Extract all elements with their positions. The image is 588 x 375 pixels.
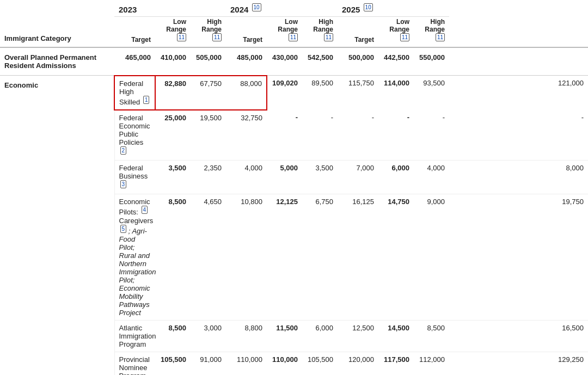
economic-section-label: Economic	[0, 76, 114, 376]
econ-pilots-2024-target: 12,125	[267, 194, 302, 321]
fed-business-2023-target: 3,500	[155, 161, 191, 194]
overall-2024-high: 542,500	[302, 47, 338, 76]
federal-business-name: Federal Business 3	[114, 161, 155, 194]
econ-pilots-2025-low: 9,000	[414, 194, 449, 321]
col-2025-low-label: Low Range	[389, 18, 409, 33]
econ-pilots-2024-high: 16,125	[338, 194, 378, 321]
fed-high-skilled-2023-low: 67,750	[191, 76, 226, 110]
atlantic-2025-low: 8,500	[414, 321, 449, 352]
fed-econ-public-2024-low: -	[302, 110, 338, 161]
2023-target-col-header: Target	[114, 17, 155, 48]
provincial-2025-target: 117,500	[378, 352, 414, 375]
immigrant-category-label: Immigrant Category	[4, 34, 71, 42]
atlantic-2025-high: 16,500	[449, 321, 588, 352]
fed-business-2023-low: 2,350	[191, 161, 226, 194]
fed-business-2024-low: 3,500	[302, 161, 338, 194]
col-2024-high-sup[interactable]: 11	[324, 33, 333, 41]
col-2023-low-sup[interactable]: 11	[177, 33, 186, 41]
overall-2023-low: 410,000	[155, 47, 191, 76]
year-header-row: Immigrant Category 2023 2024 10 2025 10	[0, 0, 588, 17]
year-2025-label: 2025	[342, 5, 360, 14]
fed-econ-public-2023-low: 19,500	[191, 110, 226, 161]
fed-business-2024-target: 5,000	[267, 161, 302, 194]
table-wrapper: Immigrant Category 2023 2024 10 2025 10	[0, 0, 588, 375]
econ-pilots-2023-target: 8,500	[155, 194, 191, 321]
col-2025-high-label: High Range	[425, 18, 445, 33]
col-2024-low-sup[interactable]: 11	[289, 33, 298, 41]
immigration-table: Immigrant Category 2023 2024 10 2025 10	[0, 0, 588, 375]
col-2023-high-sup[interactable]: 11	[212, 33, 222, 41]
fed-high-skilled-2024-target: 109,020	[267, 76, 302, 110]
year-2023-label: 2023	[119, 5, 137, 14]
provincial-2024-high: 120,000	[338, 352, 378, 375]
overall-2024-low: 430,000	[267, 47, 302, 76]
fed-econ-public-sup[interactable]: 2	[120, 146, 127, 155]
fed-high-skilled-2023-high: 88,000	[226, 76, 267, 110]
category-col-header: Immigrant Category	[0, 0, 114, 47]
econ-pilots-2023-high: 10,800	[226, 194, 267, 321]
2024-target-col-header: Target	[226, 17, 267, 48]
fed-high-skilled-sup[interactable]: 1	[143, 96, 150, 104]
overall-2025-high: 550,000	[414, 47, 449, 76]
fed-high-skilled-2025-high: 121,000	[449, 76, 588, 110]
fed-high-skilled-2024-high: 115,750	[338, 76, 378, 110]
fed-business-sup[interactable]: 3	[120, 180, 127, 188]
provincial-2024-low: 105,500	[302, 352, 338, 375]
econ-pilots-2025-target: 14,750	[378, 194, 414, 321]
col-2023-target-label: Target	[131, 36, 151, 44]
econ-pilots-2024-low: 6,750	[302, 194, 338, 321]
overall-planned-label: Overall Planned Permanent Resident Admis…	[0, 47, 114, 76]
year-2024-label: 2024	[230, 5, 248, 14]
fed-high-skilled-2025-target: 114,000	[378, 76, 414, 110]
2025-low-col-header: Low Range 11	[378, 17, 414, 48]
col-2024-target-label: Target	[243, 36, 262, 44]
fed-business-2023-high: 4,000	[226, 161, 267, 194]
col-2024-high-label: High Range	[313, 18, 333, 33]
year-2025-header: 2025 10	[338, 0, 449, 17]
economic-section-label-row: Economic Federal High Skilled 1 82,880 6…	[0, 76, 588, 110]
provincial-2023-low: 91,000	[191, 352, 226, 375]
provincial-2025-high: 129,250	[449, 352, 588, 375]
fed-high-skilled-2024-low: 89,500	[302, 76, 338, 110]
fed-high-skilled-2023-target: 82,880	[155, 76, 191, 110]
year-2023-header: 2023	[114, 0, 226, 17]
atlantic-2023-target: 8,500	[155, 321, 191, 352]
atlantic-immigration-name: Atlantic Immigration Program	[114, 321, 155, 352]
2023-high-col-header: High Range 11	[191, 17, 226, 48]
fed-econ-public-2025-target: -	[378, 110, 414, 161]
2023-low-col-header: Low Range 11	[155, 17, 191, 48]
overall-2025-target: 500,000	[338, 47, 378, 76]
col-2025-high-sup[interactable]: 11	[436, 33, 445, 41]
fed-business-2025-low: 4,000	[414, 161, 449, 194]
fed-econ-public-2025-high: -	[449, 110, 588, 161]
fed-business-2025-target: 6,000	[378, 161, 414, 194]
atlantic-2023-high: 8,800	[226, 321, 267, 352]
atlantic-2024-target: 11,500	[267, 321, 302, 352]
fed-econ-public-2023-high: 32,750	[226, 110, 267, 161]
fed-high-skilled-2025-low: 93,500	[414, 76, 449, 110]
2025-target-col-header: Target	[338, 17, 378, 48]
col-2025-target-label: Target	[354, 36, 374, 44]
col-2025-low-sup[interactable]: 11	[400, 33, 409, 41]
overall-label-text: Overall Planned Permanent Resident Admis…	[4, 53, 96, 70]
2025-high-col-header: High Range 11	[414, 17, 449, 48]
atlantic-2025-target: 14,500	[378, 321, 414, 352]
year-2024-header: 2024 10	[226, 0, 338, 17]
fed-econ-public-2023-target: 25,000	[155, 110, 191, 161]
federal-econ-public-name: Federal Economic Public Policies 2	[114, 110, 155, 161]
fed-econ-public-2024-target: -	[267, 110, 302, 161]
provincial-2023-target: 105,500	[155, 352, 191, 375]
econ-pilots-sup4[interactable]: 4	[142, 206, 148, 214]
2024-high-col-header: High Range 11	[302, 17, 338, 48]
economic-pilots-name: Economic Pilots: 4 Caregivers 5 ; Agri-F…	[114, 194, 155, 321]
atlantic-2024-high: 12,500	[338, 321, 378, 352]
fed-high-skilled-name: Federal High Skilled 1	[114, 76, 155, 110]
overall-2023-target: 465,000	[114, 47, 155, 76]
col-2023-low-label: Low Range	[166, 18, 186, 33]
econ-pilots-sup5[interactable]: 5	[120, 225, 127, 233]
year-2025-sup[interactable]: 10	[364, 3, 373, 11]
overall-2024-target: 485,000	[226, 47, 267, 76]
col-2024-low-label: Low Range	[278, 18, 298, 33]
provincial-2023-high: 110,000	[226, 352, 267, 375]
year-2024-sup[interactable]: 10	[252, 3, 261, 11]
